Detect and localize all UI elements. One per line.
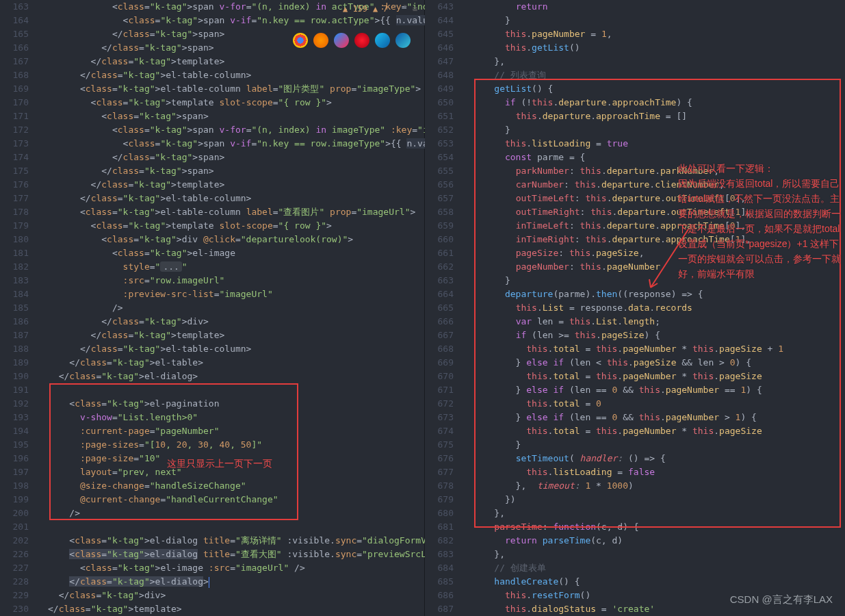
code-line[interactable]: </class="k-tag">el-table-column> [48, 342, 424, 356]
fold-column-right[interactable] [460, 0, 473, 616]
code-line[interactable]: </class="k-tag">span> [48, 151, 424, 164]
code-line[interactable]: } [473, 14, 845, 27]
code-line[interactable]: this.resetForm() [473, 589, 845, 602]
code-line[interactable]: </class="k-tag">el-dialog> [48, 575, 424, 589]
fold-column-left[interactable] [36, 0, 48, 616]
code-line[interactable]: </class="k-tag">template> [48, 178, 424, 192]
line-number: 671 [425, 383, 460, 397]
code-line[interactable]: getList() { [473, 82, 845, 96]
code-line[interactable]: inTimeRight: this.departure.approachTime… [473, 233, 845, 246]
code-line[interactable]: style="..." [48, 260, 424, 274]
inspection-bar[interactable]: ▲ 159 ▲ 7 ˄ ˅ ≡ [343, 4, 417, 14]
code-line[interactable]: this.departure.approachTime = [] [473, 110, 845, 123]
code-line[interactable]: } [473, 123, 845, 137]
code-line[interactable]: <class="k-tag">span v-if="n.key == row.i… [48, 137, 424, 151]
left-pane[interactable]: 1631641651661671681691701711721731741751… [0, 0, 425, 616]
code-line[interactable]: }, [473, 55, 845, 68]
code-line[interactable]: parkNumber: this.departure.parkNumber, [473, 164, 845, 178]
code-line[interactable]: departure(parme).then((response) => { [473, 287, 845, 301]
code-line[interactable]: :preview-src-list="imageUrl" [48, 287, 424, 301]
code-line[interactable]: /> [48, 301, 424, 315]
code-line[interactable]: /> [48, 506, 424, 520]
chevron-up-icon[interactable]: ˄ [393, 4, 398, 14]
code-line[interactable]: this.dialogStatus = 'create' [473, 602, 845, 616]
code-line[interactable]: inTimeLeft: this.departure.approachTime[… [473, 219, 845, 233]
code-line[interactable]: this.pageNumber = 1, [473, 27, 845, 41]
code-line[interactable]: </class="k-tag">template> [48, 55, 424, 68]
code-line[interactable]: <class="k-tag">el-pagination [48, 397, 424, 411]
code-line[interactable]: } [473, 438, 845, 452]
code-line[interactable]: var len = this.List.length; [473, 315, 845, 329]
code-line[interactable]: :page-sizes="[10, 20, 30, 40, 50]" [48, 438, 424, 452]
code-line[interactable]: handleCreate() { [473, 575, 845, 589]
code-line[interactable]: :current-page="pageNumber" [48, 424, 424, 438]
code-line[interactable]: <class="k-tag">el-image [48, 246, 424, 260]
code-right[interactable]: return } this.pageNumber = 1, this.getLi… [473, 0, 845, 616]
code-line[interactable]: <class="k-tag">div @click="departurelook… [48, 233, 424, 246]
menu-icon[interactable]: ≡ [413, 4, 417, 14]
code-line[interactable]: </class="k-tag">div> [48, 315, 424, 329]
code-line[interactable]: this.total = this.pageNumber * this.page… [473, 342, 845, 356]
code-line[interactable]: :src="row.imageUrl" [48, 274, 424, 287]
code-line[interactable]: <class="k-tag">el-dialog title="查看大图" :v… [48, 548, 424, 561]
code-line[interactable]: <class="k-tag">template slot-scope="{ ro… [48, 96, 424, 110]
code-line[interactable]: @size-change="handleSizeChange" [48, 479, 424, 493]
code-line[interactable]: <class="k-tag">el-image :src="imageUrl" … [48, 561, 424, 575]
code-line[interactable]: this.List = response.data.records [473, 301, 845, 315]
code-line[interactable]: <class="k-tag">el-table-column label="查看… [48, 205, 424, 219]
code-line[interactable]: // 列表查询 [473, 68, 845, 82]
code-line[interactable]: <class="k-tag">span v-for="(n, index) in… [48, 123, 424, 137]
code-line[interactable]: this.total = this.pageNumber * this.page… [473, 424, 845, 438]
code-line[interactable]: const parme = { [473, 151, 845, 164]
code-line[interactable]: carNumber: this.departure.clientNumber, [473, 178, 845, 192]
code-line[interactable]: return [473, 0, 845, 14]
code-line[interactable]: <class="k-tag">template slot-scope="{ ro… [48, 219, 424, 233]
right-pane[interactable]: 6436446456466476486496506516526536546556… [425, 0, 845, 616]
code-line[interactable]: this.total = this.pageNumber * this.page… [473, 370, 845, 383]
code-line[interactable]: } else if (len < this.pageSize && len > … [473, 356, 845, 370]
code-line[interactable]: return parseTime(c, d) [473, 534, 845, 548]
code-line[interactable]: </class="k-tag">el-table-column> [48, 192, 424, 205]
code-line[interactable] [48, 383, 424, 397]
code-line[interactable]: outTimeRight: this.departure.outTimeLeft… [473, 205, 845, 219]
code-line[interactable]: this.getList() [473, 41, 845, 55]
line-number: 659 [425, 219, 460, 233]
code-line[interactable]: outTimeLeft: this.departure.outTimeLeft[… [473, 192, 845, 205]
chevron-down-icon[interactable]: ˅ [403, 4, 407, 14]
code-line[interactable]: if (len >= this.pageSize) { [473, 329, 845, 342]
code-line[interactable]: }, timeout: 1 * 1000) [473, 479, 845, 493]
code-line[interactable]: <class="k-tag">el-dialog title="离场详情" :v… [48, 534, 424, 548]
code-line[interactable]: this.listLoading = true [473, 137, 845, 151]
code-line[interactable]: layout="prev, next" [48, 465, 424, 479]
code-line[interactable]: <class="k-tag">span> [48, 110, 424, 123]
code-line[interactable]: setTimeout( handler: () => { [473, 452, 845, 465]
code-line[interactable]: </class="k-tag">template> [48, 329, 424, 342]
code-line[interactable]: @current-change="handleCurrentChange" [48, 493, 424, 506]
code-line[interactable]: this.listLoading = false [473, 465, 845, 479]
code-line[interactable]: // 创建表单 [473, 561, 845, 575]
code-left[interactable]: <class="k-tag">span v-for="(n, index) in… [48, 0, 424, 616]
code-line[interactable]: </class="k-tag">el-dialog> [48, 370, 424, 383]
code-line[interactable]: <class="k-tag">span v-if="n.key == row.a… [48, 14, 424, 27]
code-line[interactable] [48, 520, 424, 534]
code-line[interactable]: } else if (len == 0 && this.pageNumber =… [473, 383, 845, 397]
code-line[interactable]: </class="k-tag">el-table-column> [48, 68, 424, 82]
code-line[interactable]: pageSize: this.pageSize, [473, 246, 845, 260]
code-line[interactable]: } [473, 274, 845, 287]
code-line[interactable]: } else if (len == 0 && this.pageNumber >… [473, 411, 845, 424]
code-line[interactable]: </class="k-tag">div> [48, 589, 424, 602]
code-line[interactable]: }, [473, 548, 845, 561]
line-number: 653 [425, 137, 460, 151]
code-line[interactable]: <class="k-tag">el-table-column label="图片… [48, 82, 424, 96]
code-line[interactable]: pageNumber: this.pageNumber [473, 260, 845, 274]
code-line[interactable]: </class="k-tag">template> [48, 602, 424, 616]
code-line[interactable]: :page-size="10" [48, 452, 424, 465]
code-line[interactable]: if (!this.departure.approachTime) { [473, 96, 845, 110]
code-line[interactable]: parseTime: function(c, d) { [473, 520, 845, 534]
code-line[interactable]: v-show="List.length>0" [48, 411, 424, 424]
code-line[interactable]: this.total = 0 [473, 397, 845, 411]
code-line[interactable]: }, [473, 506, 845, 520]
code-line[interactable]: }) [473, 493, 845, 506]
code-line[interactable]: </class="k-tag">span> [48, 164, 424, 178]
code-line[interactable]: </class="k-tag">el-table> [48, 356, 424, 370]
